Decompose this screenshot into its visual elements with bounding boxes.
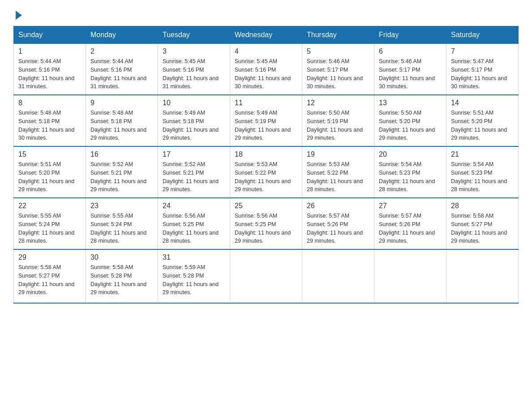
sunset-label: Sunset: 5:18 PM [163,118,204,124]
daylight-label: Daylight: 11 hours and 29 minutes. [163,178,219,193]
day-number: 13 [379,99,442,107]
day-number: 14 [451,99,514,107]
sunrise-label: Sunrise: 5:52 AM [163,161,205,167]
daylight-label: Daylight: 11 hours and 29 minutes. [90,178,146,193]
daylight-label: Daylight: 11 hours and 28 minutes. [18,230,74,244]
page-header [13,9,519,17]
daylight-label: Daylight: 11 hours and 29 minutes. [307,127,363,141]
calendar-table: SundayMondayTuesdayWednesdayThursdayFrid… [13,26,519,304]
day-number: 5 [307,47,369,56]
day-info: Sunrise: 5:56 AM Sunset: 5:25 PM Dayligh… [163,212,225,245]
day-number: 6 [379,47,442,56]
day-info: Sunrise: 5:53 AM Sunset: 5:22 PM Dayligh… [307,160,369,194]
logo [13,9,22,17]
day-info: Sunrise: 5:50 AM Sunset: 5:20 PM Dayligh… [379,109,442,142]
sunrise-label: Sunrise: 5:45 AM [163,58,205,64]
calendar-day-cell: 22 Sunrise: 5:55 AM Sunset: 5:24 PM Dayl… [14,198,86,249]
daylight-label: Daylight: 11 hours and 28 minutes. [163,230,219,244]
calendar-day-cell: 18 Sunrise: 5:53 AM Sunset: 5:22 PM Dayl… [230,146,302,198]
day-info: Sunrise: 5:57 AM Sunset: 5:26 PM Dayligh… [379,212,442,245]
calendar-day-cell: 5 Sunrise: 5:46 AM Sunset: 5:17 PM Dayli… [302,44,374,95]
sunrise-label: Sunrise: 5:53 AM [235,161,277,167]
calendar-day-cell: 7 Sunrise: 5:47 AM Sunset: 5:17 PM Dayli… [446,44,519,95]
day-info: Sunrise: 5:56 AM Sunset: 5:25 PM Dayligh… [235,212,297,245]
sunset-label: Sunset: 5:24 PM [90,221,132,227]
day-number: 7 [451,47,514,56]
calendar-day-cell: 29 Sunrise: 5:58 AM Sunset: 5:27 PM Dayl… [14,249,86,303]
calendar-day-cell: 2 Sunrise: 5:44 AM Sunset: 5:16 PM Dayli… [86,44,158,95]
sunrise-label: Sunrise: 5:59 AM [163,264,205,270]
day-number: 20 [379,150,442,158]
sunset-label: Sunset: 5:21 PM [90,170,132,176]
calendar-day-cell: 25 Sunrise: 5:56 AM Sunset: 5:25 PM Dayl… [230,198,302,249]
sunrise-label: Sunrise: 5:58 AM [451,213,493,219]
day-info: Sunrise: 5:54 AM Sunset: 5:23 PM Dayligh… [379,160,442,194]
day-info: Sunrise: 5:49 AM Sunset: 5:19 PM Dayligh… [235,109,297,142]
daylight-label: Daylight: 11 hours and 31 minutes. [90,75,146,90]
day-number: 23 [90,202,153,210]
sunrise-label: Sunrise: 5:48 AM [90,110,133,116]
sunrise-label: Sunrise: 5:55 AM [90,213,133,219]
daylight-label: Daylight: 11 hours and 29 minutes. [235,127,291,141]
weekday-header-row: SundayMondayTuesdayWednesdayThursdayFrid… [14,26,519,44]
sunset-label: Sunset: 5:19 PM [307,118,348,124]
sunrise-label: Sunrise: 5:46 AM [307,58,349,64]
day-info: Sunrise: 5:53 AM Sunset: 5:22 PM Dayligh… [235,160,297,194]
sunset-label: Sunset: 5:24 PM [18,221,60,227]
weekday-header-saturday: Saturday [446,26,519,44]
day-number: 18 [235,150,297,158]
day-info: Sunrise: 5:55 AM Sunset: 5:24 PM Dayligh… [18,212,81,245]
day-number: 3 [163,47,225,56]
calendar-week-row: 29 Sunrise: 5:58 AM Sunset: 5:27 PM Dayl… [14,249,519,303]
sunset-label: Sunset: 5:17 PM [379,67,420,73]
calendar-day-cell: 8 Sunrise: 5:48 AM Sunset: 5:18 PM Dayli… [14,95,86,146]
calendar-day-cell: 16 Sunrise: 5:52 AM Sunset: 5:21 PM Dayl… [86,146,158,198]
sunrise-label: Sunrise: 5:44 AM [90,58,133,64]
calendar-day-cell: 10 Sunrise: 5:49 AM Sunset: 5:18 PM Dayl… [158,95,230,146]
sunset-label: Sunset: 5:16 PM [163,67,204,73]
day-info: Sunrise: 5:51 AM Sunset: 5:20 PM Dayligh… [451,109,514,142]
calendar-day-cell: 15 Sunrise: 5:51 AM Sunset: 5:20 PM Dayl… [14,146,86,198]
sunset-label: Sunset: 5:25 PM [163,221,204,227]
day-number: 30 [90,253,153,261]
daylight-label: Daylight: 11 hours and 29 minutes. [163,281,219,296]
day-number: 24 [163,202,225,210]
sunrise-label: Sunrise: 5:45 AM [235,58,277,64]
day-info: Sunrise: 5:46 AM Sunset: 5:17 PM Dayligh… [379,57,442,91]
sunrise-label: Sunrise: 5:51 AM [451,110,493,116]
sunset-label: Sunset: 5:26 PM [379,221,420,227]
daylight-label: Daylight: 11 hours and 29 minutes. [235,178,291,193]
daylight-label: Daylight: 11 hours and 29 minutes. [307,230,363,244]
calendar-day-cell: 21 Sunrise: 5:54 AM Sunset: 5:23 PM Dayl… [446,146,519,198]
day-number: 25 [235,202,297,210]
sunset-label: Sunset: 5:27 PM [451,221,492,227]
daylight-label: Daylight: 11 hours and 30 minutes. [307,75,363,90]
day-info: Sunrise: 5:59 AM Sunset: 5:28 PM Dayligh… [163,263,225,297]
calendar-day-cell: 4 Sunrise: 5:45 AM Sunset: 5:16 PM Dayli… [230,44,302,95]
sunset-label: Sunset: 5:23 PM [379,170,420,176]
daylight-label: Daylight: 11 hours and 29 minutes. [451,127,507,141]
sunrise-label: Sunrise: 5:48 AM [18,110,61,116]
calendar-day-cell: 17 Sunrise: 5:52 AM Sunset: 5:21 PM Dayl… [158,146,230,198]
sunrise-label: Sunrise: 5:44 AM [18,58,61,64]
sunrise-label: Sunrise: 5:58 AM [90,264,133,270]
daylight-label: Daylight: 11 hours and 28 minutes. [307,178,363,193]
daylight-label: Daylight: 11 hours and 31 minutes. [18,75,74,90]
day-number: 29 [18,253,81,261]
day-info: Sunrise: 5:58 AM Sunset: 5:27 PM Dayligh… [18,263,81,297]
sunset-label: Sunset: 5:16 PM [235,67,276,73]
sunrise-label: Sunrise: 5:49 AM [163,110,205,116]
calendar-day-cell: 14 Sunrise: 5:51 AM Sunset: 5:20 PM Dayl… [446,95,519,146]
daylight-label: Daylight: 11 hours and 29 minutes. [90,127,146,141]
day-info: Sunrise: 5:45 AM Sunset: 5:16 PM Dayligh… [163,57,225,91]
calendar-day-cell [302,249,374,303]
sunrise-label: Sunrise: 5:57 AM [379,213,421,219]
day-number: 27 [379,202,442,210]
day-number: 12 [307,99,369,107]
sunrise-label: Sunrise: 5:57 AM [307,213,349,219]
sunset-label: Sunset: 5:20 PM [18,170,60,176]
weekday-header-monday: Monday [86,26,158,44]
sunset-label: Sunset: 5:22 PM [235,170,276,176]
calendar-day-cell: 13 Sunrise: 5:50 AM Sunset: 5:20 PM Dayl… [374,95,446,146]
sunset-label: Sunset: 5:16 PM [90,67,132,73]
